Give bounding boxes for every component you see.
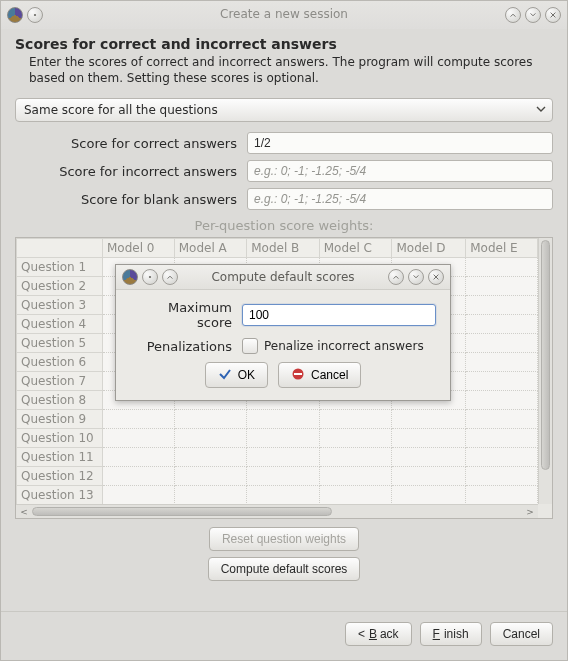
table-row: Question 9 (17, 410, 538, 429)
grid-cell[interactable] (319, 486, 392, 505)
grid-row-header[interactable]: Question 2 (17, 277, 103, 296)
grid-cell[interactable] (103, 448, 175, 467)
grid-cell[interactable] (174, 429, 246, 448)
grid-cell[interactable] (466, 296, 538, 315)
app-icon (122, 269, 138, 285)
chevron-down-icon (536, 103, 546, 117)
grid-cell[interactable] (392, 467, 466, 486)
grid-column-header[interactable]: Model E (466, 239, 538, 258)
grid-cell[interactable] (466, 429, 538, 448)
grid-column-header[interactable]: Model B (247, 239, 320, 258)
dialog-minimize-button[interactable] (388, 269, 404, 285)
svg-rect-3 (294, 373, 302, 375)
scroll-left-icon[interactable]: < (18, 507, 30, 516)
back-button[interactable]: <Back (345, 622, 412, 646)
grid-row-header[interactable]: Question 12 (17, 467, 103, 486)
grid-row-header[interactable]: Question 5 (17, 334, 103, 353)
grid-row-header[interactable]: Question 10 (17, 429, 103, 448)
grid-cell[interactable] (247, 467, 320, 486)
grid-row-header[interactable]: Question 7 (17, 372, 103, 391)
grid-column-header[interactable]: Model A (174, 239, 246, 258)
grid-cell[interactable] (103, 410, 175, 429)
grid-cell[interactable] (247, 486, 320, 505)
grid-row-header[interactable]: Question 6 (17, 353, 103, 372)
grid-cell[interactable] (466, 258, 538, 277)
grid-cell[interactable] (466, 410, 538, 429)
dialog-maximize-button[interactable] (408, 269, 424, 285)
grid-cell[interactable] (392, 486, 466, 505)
text-penalize: Penalize incorrect answers (264, 339, 424, 353)
vertical-scrollbar[interactable] (538, 238, 552, 504)
grid-cell[interactable] (466, 391, 538, 410)
row-incorrect: Score for incorrect answers (15, 160, 553, 182)
dropdown-selected: Same score for all the questions (24, 103, 218, 117)
grid-column-header[interactable]: Model C (319, 239, 392, 258)
grid-cell[interactable] (392, 448, 466, 467)
table-row: Question 13 (17, 486, 538, 505)
window-titlebar: Create a new session (1, 1, 567, 28)
minimize-button[interactable] (505, 7, 521, 23)
grid-cell[interactable] (174, 486, 246, 505)
grid-cell[interactable] (466, 372, 538, 391)
grid-cell[interactable] (247, 410, 320, 429)
dialog-cancel-button[interactable]: Cancel (278, 362, 361, 388)
grid-cell[interactable] (174, 410, 246, 429)
grid-column-header[interactable]: Model D (392, 239, 466, 258)
grid-cell[interactable] (466, 448, 538, 467)
grid-cell[interactable] (392, 429, 466, 448)
grid-cell[interactable] (466, 277, 538, 296)
dialog-menu-button[interactable] (142, 269, 158, 285)
grid-row-header[interactable]: Question 4 (17, 315, 103, 334)
grid-cell[interactable] (103, 429, 175, 448)
horizontal-scrollbar[interactable]: < > (16, 504, 538, 518)
grid-cell[interactable] (319, 448, 392, 467)
grid-column-header[interactable]: Model 0 (103, 239, 175, 258)
grid-cell[interactable] (466, 315, 538, 334)
cancel-button[interactable]: Cancel (490, 622, 553, 646)
finish-button[interactable]: Finish (420, 622, 482, 646)
grid-cell[interactable] (247, 448, 320, 467)
maximize-button[interactable] (525, 7, 541, 23)
dialog-close-button[interactable] (428, 269, 444, 285)
grid-cell[interactable] (247, 429, 320, 448)
vertical-scroll-thumb[interactable] (541, 240, 550, 470)
compute-scores-button[interactable]: Compute default scores (208, 557, 361, 581)
score-mode-dropdown[interactable]: Same score for all the questions (15, 98, 553, 122)
input-correct[interactable] (247, 132, 553, 154)
checkbox-penalize[interactable] (242, 338, 258, 354)
grid-cell[interactable] (392, 410, 466, 429)
grid-cell[interactable] (466, 353, 538, 372)
svg-point-1 (149, 276, 151, 278)
grid-row-header[interactable]: Question 13 (17, 486, 103, 505)
menu-button[interactable] (27, 7, 43, 23)
row-blank: Score for blank answers (15, 188, 553, 210)
horizontal-scroll-thumb[interactable] (32, 507, 332, 516)
input-incorrect[interactable] (247, 160, 553, 182)
reset-weights-button[interactable]: Reset question weights (209, 527, 359, 551)
grid-cell[interactable] (466, 334, 538, 353)
input-blank[interactable] (247, 188, 553, 210)
scroll-right-icon[interactable]: > (524, 507, 536, 516)
grid-cell[interactable] (319, 467, 392, 486)
grid-cell[interactable] (174, 467, 246, 486)
grid-cell[interactable] (319, 410, 392, 429)
grid-cell[interactable] (466, 467, 538, 486)
row-correct: Score for correct answers (15, 132, 553, 154)
grid-cell[interactable] (103, 486, 175, 505)
close-button[interactable] (545, 7, 561, 23)
grid-row-header[interactable]: Question 8 (17, 391, 103, 410)
grid-cell[interactable] (466, 486, 538, 505)
svg-point-0 (34, 13, 36, 15)
dialog-rollup-button[interactable] (162, 269, 178, 285)
grid-cell[interactable] (319, 429, 392, 448)
input-max-score[interactable] (242, 304, 436, 326)
grid-cell[interactable] (174, 448, 246, 467)
ok-button[interactable]: OK (205, 362, 268, 388)
grid-row-header[interactable]: Question 9 (17, 410, 103, 429)
grid-row-header[interactable]: Question 1 (17, 258, 103, 277)
label-max-score: Maximum score (130, 300, 242, 330)
grid-row-header[interactable]: Question 3 (17, 296, 103, 315)
grid-cell[interactable] (103, 467, 175, 486)
table-row: Question 12 (17, 467, 538, 486)
grid-row-header[interactable]: Question 11 (17, 448, 103, 467)
